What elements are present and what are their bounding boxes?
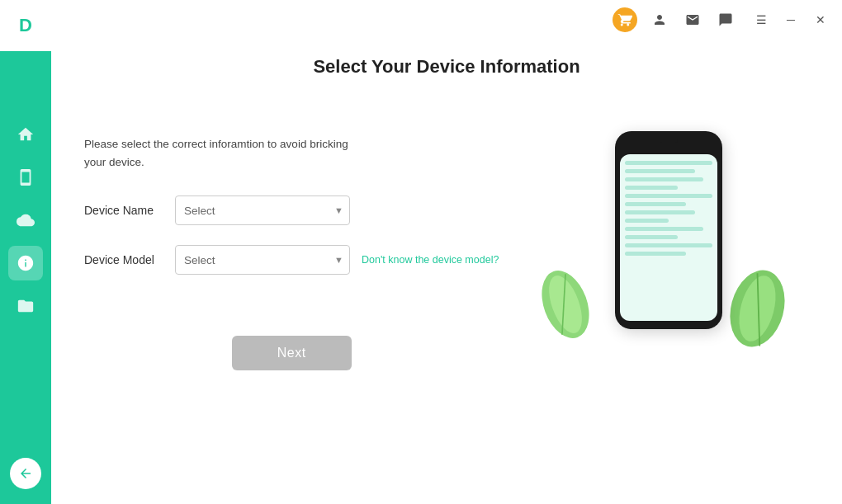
screen-line	[625, 210, 695, 214]
chat-svg	[718, 12, 733, 27]
screen-line	[625, 227, 703, 231]
dont-know-link[interactable]: Don't know the device model?	[362, 254, 499, 266]
content-body: Please select the correct inforamtion to…	[84, 127, 809, 488]
device-name-label: Device Name	[84, 204, 175, 217]
sidebar-item-cloud[interactable]	[8, 203, 43, 238]
screen-line	[625, 169, 695, 173]
chat-icon[interactable]	[715, 9, 736, 31]
screen-line	[625, 161, 712, 165]
sidebar-item-folder[interactable]	[8, 289, 43, 323]
leaf-left-icon	[537, 267, 594, 341]
screen-line	[625, 243, 712, 247]
screen-line	[625, 194, 712, 198]
sidebar-item-home[interactable]	[8, 117, 43, 152]
form-section: Please select the correct inforamtion to…	[84, 127, 499, 370]
device-name-select-wrapper: Select ▼	[175, 195, 350, 225]
user-icon[interactable]	[649, 9, 670, 31]
back-arrow-icon	[18, 466, 33, 481]
sidebar-item-info[interactable]	[8, 246, 43, 280]
sidebar-item-device[interactable]	[8, 160, 43, 195]
device-model-select[interactable]: Select	[175, 245, 350, 275]
device-name-row: Device Name Select ▼	[84, 195, 499, 225]
phone-icon	[17, 168, 35, 186]
info-icon	[17, 254, 35, 272]
minimize-button[interactable]: ─	[783, 12, 799, 28]
sidebar: D	[0, 0, 51, 504]
back-button[interactable]	[10, 458, 41, 489]
mail-svg	[685, 12, 700, 27]
phone-body	[615, 131, 722, 329]
screen-line	[625, 202, 686, 206]
device-model-label: Device Model	[84, 253, 175, 266]
hint-text: Please select the correct inforamtion to…	[84, 135, 365, 171]
app-logo: D	[0, 0, 51, 51]
sidebar-nav	[8, 51, 43, 458]
screen-line	[625, 177, 703, 181]
next-button[interactable]: Next	[232, 336, 352, 370]
screen-line	[625, 219, 669, 223]
phone-notch	[660, 139, 678, 143]
cart-svg	[617, 12, 632, 27]
device-name-select[interactable]: Select	[175, 195, 350, 225]
screen-line	[625, 186, 678, 190]
leaf-right-icon	[722, 267, 792, 350]
device-model-row: Device Model Select ▼ Don't know the dev…	[84, 245, 499, 275]
phone-screen	[620, 154, 717, 321]
screen-line	[625, 252, 686, 256]
titlebar: ☰ ─ ✕	[51, 0, 842, 40]
user-svg	[652, 12, 667, 27]
main-area: ☰ ─ ✕ Select Your Device Information Ple…	[51, 0, 842, 504]
page-title: Select Your Device Information	[313, 56, 579, 78]
phone-illustration	[528, 102, 809, 358]
cart-icon[interactable]	[613, 7, 637, 32]
menu-button[interactable]: ☰	[753, 12, 769, 28]
window-controls: ☰ ─ ✕	[753, 12, 829, 28]
cloud-icon	[17, 211, 35, 229]
content-area: Select Your Device Information Please se…	[51, 40, 842, 504]
close-button[interactable]: ✕	[812, 12, 829, 28]
home-icon	[17, 125, 35, 144]
screen-line	[625, 235, 678, 239]
device-model-select-wrapper: Select ▼	[175, 245, 350, 275]
folder-icon	[17, 297, 35, 315]
mail-icon[interactable]	[682, 9, 703, 31]
